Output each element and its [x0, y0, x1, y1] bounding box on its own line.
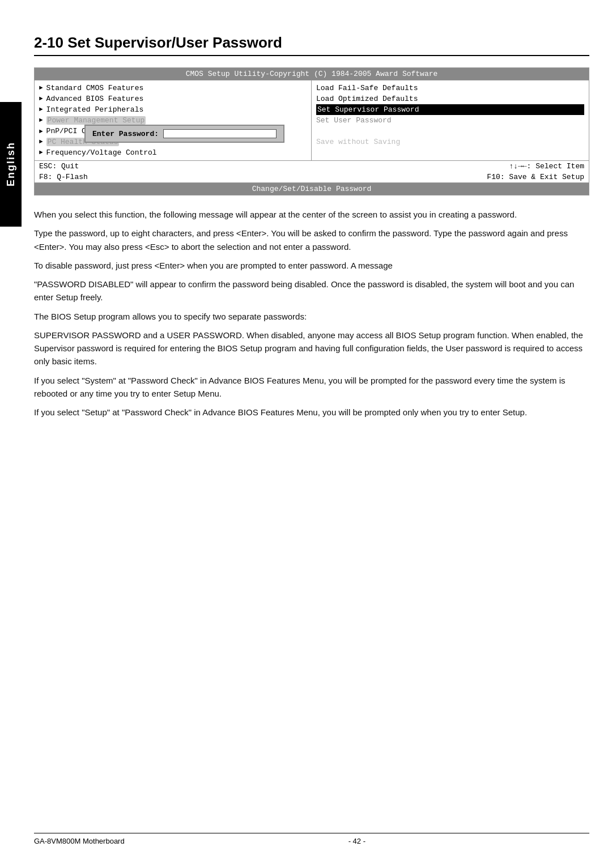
- bios-right-column: Load Fail-Safe Defaults Load Optimized D…: [312, 80, 589, 160]
- bios-item-pnp: ► PnP/PCI C Enter Password:: [39, 126, 307, 137]
- password-input-display[interactable]: [163, 129, 277, 138]
- bios-body: ► Standard CMOS Features ► Advanced BIOS…: [35, 80, 589, 160]
- arrow-icon: ►: [39, 138, 43, 145]
- bios-item-text: Advanced BIOS Features: [46, 95, 144, 103]
- bios-select-item: ↑↓→←: Select Item: [509, 162, 584, 171]
- footer-left: GA-8VM800M Motherboard: [34, 837, 125, 845]
- page-title: 2-10 Set Supervisor/User Password: [34, 34, 589, 56]
- arrow-icon: ►: [39, 84, 43, 91]
- bios-right-load-failsafe: Load Fail-Safe Defaults: [316, 83, 584, 93]
- bios-footer-bottom: Change/Set/Disable Password: [35, 182, 589, 195]
- bios-footer-row2: F8: Q-Flash F10: Save & Exit Setup: [35, 172, 589, 182]
- bios-header: CMOS Setup Utility-Copyright (C) 1984-20…: [35, 68, 589, 80]
- sidebar-tab: English: [0, 102, 22, 227]
- bios-right-save-without: Save without Saving: [316, 137, 584, 147]
- bios-footer-row1: ESC: Quit ↑↓→←: Select Item: [35, 161, 589, 172]
- body-para-7: If you select "System" at "Password Chec…: [34, 374, 589, 401]
- body-para-1: When you select this function, the follo…: [34, 208, 589, 221]
- bios-footer: ESC: Quit ↑↓→←: Select Item F8: Q-Flash …: [35, 160, 589, 182]
- main-content: 2-10 Set Supervisor/User Password CMOS S…: [34, 0, 589, 419]
- dialog-label: Enter Password:: [92, 130, 159, 138]
- bios-item-integrated: ► Integrated Peripherals: [39, 104, 307, 115]
- page-footer: GA-8VM800M Motherboard - 42 -: [34, 833, 589, 845]
- bios-right-blank1: [316, 126, 584, 137]
- bios-f8: F8: Q-Flash: [39, 173, 88, 181]
- bios-item-text: PnP/PCI C: [46, 127, 86, 135]
- bios-item-text: Standard CMOS Features: [46, 84, 144, 92]
- body-para-5: The BIOS Setup program allows you to spe…: [34, 310, 589, 323]
- arrow-icon: ►: [39, 149, 43, 156]
- arrow-icon: ►: [39, 95, 43, 102]
- bios-item-text: Integrated Peripherals: [46, 105, 144, 114]
- arrow-icon: ►: [39, 128, 43, 135]
- arrow-icon: ►: [39, 106, 43, 113]
- bios-item-advanced: ► Advanced BIOS Features: [39, 93, 307, 104]
- footer-center: - 42 -: [348, 837, 366, 845]
- body-para-6: SUPERVISOR PASSWORD and a USER PASSWORD.…: [34, 329, 589, 368]
- bios-password-dialog: Enter Password:: [84, 125, 284, 143]
- bios-item-text: Power Management Setup: [46, 116, 146, 125]
- body-para-2: Type the password, up to eight character…: [34, 227, 589, 253]
- arrow-icon: ►: [39, 117, 43, 124]
- bios-right-blank2: [316, 147, 584, 158]
- bios-right-set-user: Set User Password: [316, 115, 584, 126]
- body-para-3: To disable password, just press <Enter> …: [34, 259, 589, 272]
- sidebar-label: English: [5, 142, 17, 186]
- bios-screenshot: CMOS Setup Utility-Copyright (C) 1984-20…: [34, 67, 589, 195]
- bios-item-standard: ► Standard CMOS Features: [39, 83, 307, 93]
- bios-right-set-supervisor[interactable]: Set Supervisor Password: [316, 104, 584, 115]
- bios-esc-quit: ESC: Quit: [39, 162, 79, 171]
- bios-item-frequency: ► Frequency/Voltage Control: [39, 147, 307, 158]
- bios-item-text: Frequency/Voltage Control: [46, 148, 157, 157]
- bios-left-column: ► Standard CMOS Features ► Advanced BIOS…: [35, 80, 312, 160]
- body-para-8: If you select "Setup" at "Password Check…: [34, 406, 589, 419]
- bios-right-load-optimized: Load Optimized Defaults: [316, 93, 584, 104]
- body-paragraphs: When you select this function, the follo…: [34, 208, 589, 419]
- body-para-4: "PASSWORD DISABLED" will appear to confi…: [34, 278, 589, 304]
- bios-f10: F10: Save & Exit Setup: [487, 173, 584, 181]
